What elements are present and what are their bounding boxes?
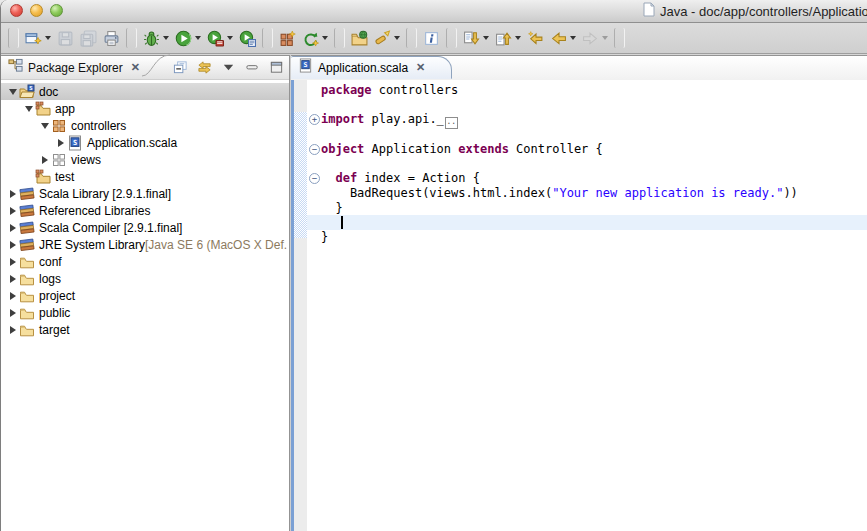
tree-item-controllers[interactable]: controllers — [1, 117, 289, 134]
minimize-window-button[interactable] — [30, 4, 43, 17]
tree-item-test[interactable]: test — [1, 168, 289, 185]
forward-button[interactable] — [579, 26, 611, 50]
dropdown-arrow-icon[interactable] — [163, 36, 169, 40]
tree-item-views[interactable]: views — [1, 151, 289, 168]
tree-item-jre[interactable]: JRE System Library [Java SE 6 (MacOS X D… — [1, 236, 289, 253]
collapse-arrow-icon[interactable] — [39, 123, 51, 129]
collapse-arrow-icon[interactable] — [23, 106, 35, 112]
tree-item-public[interactable]: public — [1, 304, 289, 321]
code-line[interactable] — [321, 156, 867, 171]
expand-arrow-icon[interactable] — [7, 190, 19, 198]
open-type-button[interactable] — [348, 26, 371, 50]
expand-arrow-icon[interactable] — [7, 309, 19, 317]
code-text[interactable]: package controllersimport play.api._..ob… — [321, 83, 867, 245]
code-line[interactable]: def index = Action { — [321, 171, 867, 186]
previous-annotation-button[interactable] — [492, 26, 524, 50]
dropdown-arrow-icon[interactable] — [602, 36, 608, 40]
tree-item-scala[interactable]: Scala Compiler [2.9.1.final] — [1, 219, 289, 236]
dropdown-arrow-icon[interactable] — [45, 36, 51, 40]
print-button[interactable] — [100, 26, 123, 50]
code-line[interactable]: object Application extends Controller { — [321, 142, 867, 157]
next-annotation-button[interactable] — [460, 26, 492, 50]
save-all-button[interactable] — [77, 26, 100, 50]
close-view-icon[interactable]: ✕ — [131, 61, 140, 74]
tree-item-application.scala[interactable]: SApplication.scala — [1, 134, 289, 151]
tree-item-logs[interactable]: logs — [1, 270, 289, 287]
library-icon — [19, 186, 36, 202]
tree-item-app[interactable]: app — [1, 100, 289, 117]
new-java-element-button[interactable] — [276, 26, 299, 50]
code-line[interactable]: package controllers — [321, 83, 867, 98]
tree-item-conf[interactable]: conf — [1, 253, 289, 270]
expand-arrow-icon[interactable] — [7, 292, 19, 300]
minimize-button[interactable] — [243, 59, 261, 77]
dropdown-arrow-icon[interactable] — [483, 36, 489, 40]
fold-collapse-icon[interactable]: − — [309, 173, 320, 184]
expand-arrow-icon[interactable] — [7, 241, 19, 249]
tree-item-target[interactable]: target — [1, 321, 289, 338]
new-wizard-button[interactable] — [22, 26, 54, 50]
dropdown-arrow-icon[interactable] — [227, 36, 233, 40]
search-button[interactable] — [371, 26, 403, 50]
expand-arrow-icon[interactable] — [7, 207, 19, 215]
last-edit-location-button[interactable] — [524, 26, 547, 50]
code-token: controllers — [372, 83, 459, 97]
close-editor-icon[interactable]: ✕ — [416, 61, 425, 74]
fold-collapse-icon[interactable]: − — [309, 144, 320, 155]
save-button[interactable] — [54, 26, 77, 50]
tree-item-scala[interactable]: Scala Library [2.9.1.final] — [1, 185, 289, 202]
dropdown-arrow-icon[interactable] — [394, 36, 400, 40]
folding-ruler[interactable]: +−− — [307, 80, 321, 531]
tree-item-project[interactable]: project — [1, 287, 289, 304]
code-line[interactable]: import play.api._.. — [321, 112, 867, 127]
dropdown-arrow-icon[interactable] — [515, 36, 521, 40]
library-icon — [19, 203, 36, 219]
code-line[interactable] — [321, 127, 867, 142]
debug-button[interactable] — [140, 26, 172, 50]
dropdown-arrow-icon[interactable] — [195, 36, 201, 40]
expand-arrow-icon[interactable] — [7, 258, 19, 266]
scala-file-icon: S — [67, 135, 84, 151]
expand-arrow-icon[interactable] — [39, 156, 51, 164]
expand-arrow-icon[interactable] — [7, 326, 19, 334]
code-line[interactable]: } — [321, 201, 867, 216]
link-with-editor-button[interactable] — [195, 59, 213, 77]
code-line[interactable]: } — [321, 230, 867, 245]
code-token: } — [321, 230, 328, 244]
last-edit-icon — [527, 30, 544, 47]
maximize-button[interactable] — [267, 59, 285, 77]
collapse-all-button[interactable] — [171, 59, 189, 77]
expand-arrow-icon[interactable] — [7, 275, 19, 283]
view-title: Package Explorer — [28, 61, 123, 75]
folder-icon — [19, 322, 36, 338]
dropdown-arrow-icon[interactable] — [322, 36, 328, 40]
back-button[interactable] — [547, 26, 579, 50]
info-icon — [423, 30, 440, 47]
update-refresh-button[interactable] — [299, 26, 331, 50]
dropdown-arrow-icon[interactable] — [570, 36, 576, 40]
expand-arrow-icon[interactable] — [55, 139, 67, 147]
fold-expand-icon[interactable]: + — [309, 114, 320, 125]
string-token: "Your new application is ready." — [552, 186, 783, 200]
zoom-window-button[interactable] — [50, 4, 63, 17]
tree-item-doc[interactable]: Sdoc — [1, 83, 289, 100]
collapse-arrow-icon[interactable] — [7, 89, 19, 95]
expand-arrow-icon[interactable] — [7, 224, 19, 232]
mark-occurrences-button[interactable] — [420, 26, 443, 50]
code-line[interactable]: BadRequest(views.html.index("Your new ap… — [321, 186, 867, 201]
code-line[interactable] — [321, 215, 867, 230]
keyword-token: extends — [458, 142, 509, 156]
quickdiff-changed-region — [294, 112, 307, 238]
close-window-button[interactable] — [10, 4, 23, 17]
external-tools-button[interactable] — [236, 26, 259, 50]
package-explorer-tree[interactable]: SdocappcontrollersSApplication.scalaview… — [1, 80, 289, 531]
tree-item-referenced[interactable]: Referenced Libraries — [1, 202, 289, 219]
editor-tab[interactable]: S Application.scala ✕ — [291, 56, 452, 79]
view-menu-button[interactable] — [219, 59, 237, 77]
back-icon — [550, 30, 567, 47]
run-button[interactable] — [172, 26, 204, 50]
run-history-button[interactable] — [204, 26, 236, 50]
code-token: Controller { — [509, 142, 603, 156]
code-line[interactable] — [321, 98, 867, 113]
package-explorer-tab[interactable]: Package Explorer ✕ — [8, 56, 140, 79]
